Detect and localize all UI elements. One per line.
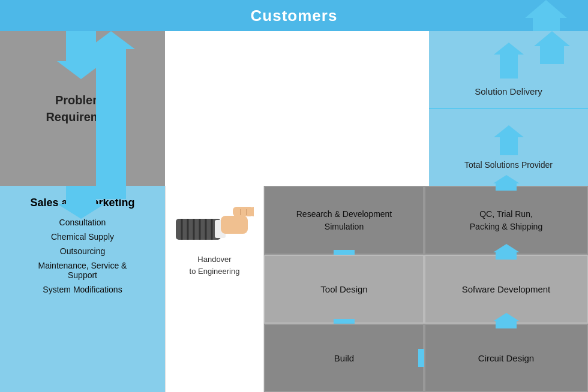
sales-item-system-mods: System Modifications	[43, 285, 122, 294]
big-right-arrow-up	[525, 0, 567, 31]
handover-icon	[176, 201, 254, 249]
customers-header: Customers	[0, 0, 588, 31]
sales-item-chemical: Chemical Supply	[51, 232, 114, 242]
arrow-to-solution	[494, 43, 524, 79]
handover-label: Handoverto Engineering	[190, 254, 240, 277]
solution-delivery-section: Solution Delivery	[429, 31, 588, 109]
qc-label: QC, Trial Run,Packing & Shipping	[470, 208, 542, 233]
software-label: Sofware Development	[462, 284, 551, 294]
grid-cell-build: Build	[264, 324, 424, 392]
rd-label: Research & DevelopmentSimulation	[296, 208, 392, 233]
arrow-to-customers-big	[534, 31, 570, 64]
qc-up-arrow	[493, 175, 520, 191]
customers-title: Customers	[251, 7, 338, 25]
build-label: Build	[334, 353, 354, 363]
handover-area: Handoverto Engineering	[165, 186, 264, 392]
software-up-arrow	[493, 244, 520, 260]
white-middle-area	[165, 31, 429, 186]
solution-delivery-label: Solution Delivery	[475, 86, 542, 97]
sales-item-consultation: Consultation	[59, 218, 106, 227]
grid-cell-rd: Research & DevelopmentSimulation	[264, 186, 424, 255]
total-solutions-section: Total Solutions Provider	[429, 109, 588, 186]
grid-cell-circuit: Circuit Design	[424, 324, 588, 392]
arrow-from-customers-down	[57, 31, 105, 79]
solution-panel: Solution Delivery Total Solutions Provid…	[429, 31, 588, 186]
arrow-problems-to-sales	[57, 186, 105, 219]
tool-label: Tool Design	[320, 284, 367, 294]
sales-item-maintenance: Maintenance, Service &Support	[38, 261, 127, 280]
circuit-up-arrow	[493, 313, 520, 328]
sales-item-outsourcing: Outsourcing	[60, 246, 105, 256]
svg-rect-8	[221, 216, 248, 234]
grid-cell-tool: Tool Design	[264, 255, 424, 324]
circuit-label: Circuit Design	[478, 353, 534, 363]
total-solutions-label: Total Solutions Provider	[464, 160, 553, 170]
arrow-to-total-solutions	[494, 125, 524, 155]
